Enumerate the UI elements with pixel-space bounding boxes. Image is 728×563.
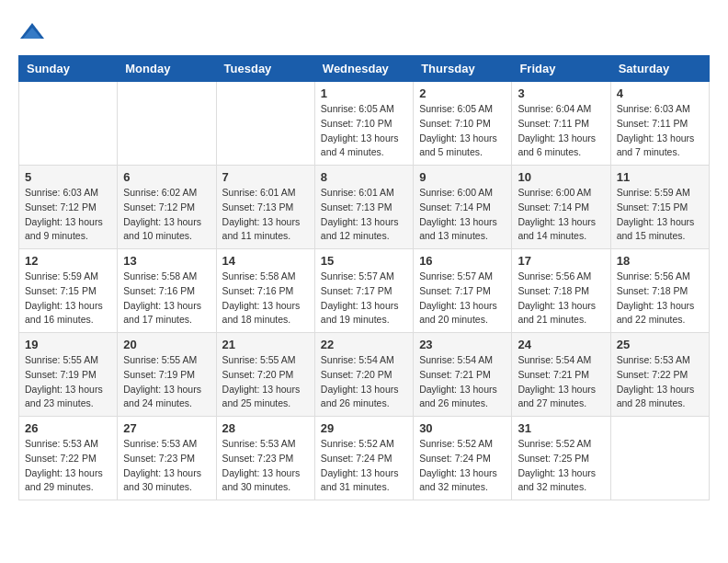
day-number: 23 bbox=[419, 338, 506, 351]
day-info: Sunrise: 5:53 AM Sunset: 7:23 PM Dayligh… bbox=[222, 437, 309, 495]
day-info: Sunrise: 6:04 AM Sunset: 7:11 PM Dayligh… bbox=[518, 102, 604, 160]
day-info: Sunrise: 5:58 AM Sunset: 7:16 PM Dayligh… bbox=[222, 270, 309, 327]
logo bbox=[18, 18, 50, 46]
calendar-cell: 9Sunrise: 6:00 AM Sunset: 7:14 PM Daylig… bbox=[414, 166, 512, 249]
calendar-cell: 21Sunrise: 5:55 AM Sunset: 7:20 PM Dayli… bbox=[216, 333, 314, 417]
day-number: 30 bbox=[419, 421, 506, 435]
day-info: Sunrise: 5:52 AM Sunset: 7:24 PM Dayligh… bbox=[321, 437, 407, 495]
day-info: Sunrise: 5:55 AM Sunset: 7:19 PM Dayligh… bbox=[25, 353, 111, 411]
day-info: Sunrise: 6:00 AM Sunset: 7:14 PM Dayligh… bbox=[419, 186, 506, 244]
day-number: 26 bbox=[25, 421, 111, 435]
calendar-header-row: SundayMondayTuesdayWednesdayThursdayFrid… bbox=[19, 56, 710, 82]
calendar-week-5: 26Sunrise: 5:53 AM Sunset: 7:22 PM Dayli… bbox=[19, 417, 710, 500]
column-header-friday: Friday bbox=[512, 56, 610, 82]
day-number: 20 bbox=[123, 338, 210, 351]
calendar-cell: 5Sunrise: 6:03 AM Sunset: 7:12 PM Daylig… bbox=[19, 166, 118, 249]
day-number: 8 bbox=[321, 170, 407, 184]
calendar-week-1: 1Sunrise: 6:05 AM Sunset: 7:10 PM Daylig… bbox=[19, 82, 710, 166]
day-info: Sunrise: 5:59 AM Sunset: 7:15 PM Dayligh… bbox=[25, 270, 111, 327]
day-number: 25 bbox=[617, 338, 703, 351]
day-number: 5 bbox=[25, 170, 111, 184]
day-info: Sunrise: 5:56 AM Sunset: 7:18 PM Dayligh… bbox=[617, 270, 703, 327]
day-info: Sunrise: 5:56 AM Sunset: 7:18 PM Dayligh… bbox=[518, 270, 604, 327]
calendar-cell: 22Sunrise: 5:54 AM Sunset: 7:20 PM Dayli… bbox=[314, 333, 413, 417]
day-number: 7 bbox=[222, 170, 309, 184]
day-number: 12 bbox=[25, 254, 111, 268]
day-number: 6 bbox=[123, 170, 210, 184]
column-header-thursday: Thursday bbox=[414, 56, 512, 82]
day-info: Sunrise: 6:01 AM Sunset: 7:13 PM Dayligh… bbox=[222, 186, 309, 244]
calendar-cell: 26Sunrise: 5:53 AM Sunset: 7:22 PM Dayli… bbox=[19, 417, 118, 500]
calendar-cell: 8Sunrise: 6:01 AM Sunset: 7:13 PM Daylig… bbox=[314, 166, 413, 249]
day-info: Sunrise: 5:54 AM Sunset: 7:20 PM Dayligh… bbox=[321, 353, 407, 411]
calendar-cell: 15Sunrise: 5:57 AM Sunset: 7:17 PM Dayli… bbox=[314, 249, 413, 333]
day-number: 29 bbox=[321, 421, 407, 435]
calendar-cell: 4Sunrise: 6:03 AM Sunset: 7:11 PM Daylig… bbox=[610, 82, 709, 166]
calendar-cell: 2Sunrise: 6:05 AM Sunset: 7:10 PM Daylig… bbox=[414, 82, 512, 166]
day-number: 19 bbox=[25, 338, 111, 351]
calendar-cell: 29Sunrise: 5:52 AM Sunset: 7:24 PM Dayli… bbox=[314, 417, 413, 500]
day-info: Sunrise: 5:59 AM Sunset: 7:15 PM Dayligh… bbox=[617, 186, 703, 244]
day-number: 9 bbox=[419, 170, 506, 184]
calendar-cell: 18Sunrise: 5:56 AM Sunset: 7:18 PM Dayli… bbox=[610, 249, 709, 333]
day-number: 31 bbox=[518, 421, 604, 435]
logo-icon bbox=[18, 18, 46, 46]
day-number: 17 bbox=[518, 254, 604, 268]
calendar-cell: 1Sunrise: 6:05 AM Sunset: 7:10 PM Daylig… bbox=[314, 82, 413, 166]
calendar-cell: 6Sunrise: 6:02 AM Sunset: 7:12 PM Daylig… bbox=[118, 166, 216, 249]
column-header-tuesday: Tuesday bbox=[216, 56, 314, 82]
calendar-cell: 13Sunrise: 5:58 AM Sunset: 7:16 PM Dayli… bbox=[118, 249, 216, 333]
day-number: 14 bbox=[222, 254, 309, 268]
calendar-cell bbox=[216, 82, 314, 166]
day-number: 2 bbox=[419, 86, 506, 100]
calendar-cell: 10Sunrise: 6:00 AM Sunset: 7:14 PM Dayli… bbox=[512, 166, 610, 249]
calendar-cell: 24Sunrise: 5:54 AM Sunset: 7:21 PM Dayli… bbox=[512, 333, 610, 417]
calendar-week-2: 5Sunrise: 6:03 AM Sunset: 7:12 PM Daylig… bbox=[19, 166, 710, 249]
day-number: 18 bbox=[617, 254, 703, 268]
day-info: Sunrise: 5:54 AM Sunset: 7:21 PM Dayligh… bbox=[419, 353, 506, 411]
page-header bbox=[18, 18, 710, 46]
day-info: Sunrise: 5:53 AM Sunset: 7:22 PM Dayligh… bbox=[25, 437, 111, 495]
calendar-cell: 7Sunrise: 6:01 AM Sunset: 7:13 PM Daylig… bbox=[216, 166, 314, 249]
calendar-cell: 23Sunrise: 5:54 AM Sunset: 7:21 PM Dayli… bbox=[414, 333, 512, 417]
day-info: Sunrise: 6:05 AM Sunset: 7:10 PM Dayligh… bbox=[321, 102, 407, 160]
calendar-cell: 3Sunrise: 6:04 AM Sunset: 7:11 PM Daylig… bbox=[512, 82, 610, 166]
column-header-saturday: Saturday bbox=[610, 56, 709, 82]
calendar-cell: 12Sunrise: 5:59 AM Sunset: 7:15 PM Dayli… bbox=[19, 249, 118, 333]
day-number: 22 bbox=[321, 338, 407, 351]
calendar-cell: 25Sunrise: 5:53 AM Sunset: 7:22 PM Dayli… bbox=[610, 333, 709, 417]
calendar-cell: 19Sunrise: 5:55 AM Sunset: 7:19 PM Dayli… bbox=[19, 333, 118, 417]
day-info: Sunrise: 5:53 AM Sunset: 7:23 PM Dayligh… bbox=[123, 437, 210, 495]
day-info: Sunrise: 5:52 AM Sunset: 7:24 PM Dayligh… bbox=[419, 437, 506, 495]
day-number: 1 bbox=[321, 86, 407, 100]
day-number: 11 bbox=[617, 170, 703, 184]
calendar-week-3: 12Sunrise: 5:59 AM Sunset: 7:15 PM Dayli… bbox=[19, 249, 710, 333]
calendar-cell: 14Sunrise: 5:58 AM Sunset: 7:16 PM Dayli… bbox=[216, 249, 314, 333]
day-number: 16 bbox=[419, 254, 506, 268]
day-number: 13 bbox=[123, 254, 210, 268]
calendar-cell: 30Sunrise: 5:52 AM Sunset: 7:24 PM Dayli… bbox=[414, 417, 512, 500]
day-info: Sunrise: 6:05 AM Sunset: 7:10 PM Dayligh… bbox=[419, 102, 506, 160]
calendar-cell: 11Sunrise: 5:59 AM Sunset: 7:15 PM Dayli… bbox=[610, 166, 709, 249]
day-number: 27 bbox=[123, 421, 210, 435]
day-number: 3 bbox=[518, 86, 604, 100]
day-info: Sunrise: 5:53 AM Sunset: 7:22 PM Dayligh… bbox=[617, 353, 703, 411]
day-number: 28 bbox=[222, 421, 309, 435]
calendar-cell: 20Sunrise: 5:55 AM Sunset: 7:19 PM Dayli… bbox=[118, 333, 216, 417]
calendar-cell: 28Sunrise: 5:53 AM Sunset: 7:23 PM Dayli… bbox=[216, 417, 314, 500]
day-info: Sunrise: 5:55 AM Sunset: 7:19 PM Dayligh… bbox=[123, 353, 210, 411]
calendar-cell: 31Sunrise: 5:52 AM Sunset: 7:25 PM Dayli… bbox=[512, 417, 610, 500]
day-info: Sunrise: 6:03 AM Sunset: 7:12 PM Dayligh… bbox=[25, 186, 111, 244]
day-info: Sunrise: 5:52 AM Sunset: 7:25 PM Dayligh… bbox=[518, 437, 604, 495]
column-header-wednesday: Wednesday bbox=[314, 56, 413, 82]
column-header-sunday: Sunday bbox=[19, 56, 118, 82]
day-number: 4 bbox=[617, 86, 703, 100]
day-number: 10 bbox=[518, 170, 604, 184]
day-info: Sunrise: 5:58 AM Sunset: 7:16 PM Dayligh… bbox=[123, 270, 210, 327]
calendar-cell: 27Sunrise: 5:53 AM Sunset: 7:23 PM Dayli… bbox=[118, 417, 216, 500]
calendar-cell bbox=[610, 417, 709, 500]
day-info: Sunrise: 6:00 AM Sunset: 7:14 PM Dayligh… bbox=[518, 186, 604, 244]
day-number: 24 bbox=[518, 338, 604, 351]
day-info: Sunrise: 5:57 AM Sunset: 7:17 PM Dayligh… bbox=[321, 270, 407, 327]
calendar-cell: 17Sunrise: 5:56 AM Sunset: 7:18 PM Dayli… bbox=[512, 249, 610, 333]
